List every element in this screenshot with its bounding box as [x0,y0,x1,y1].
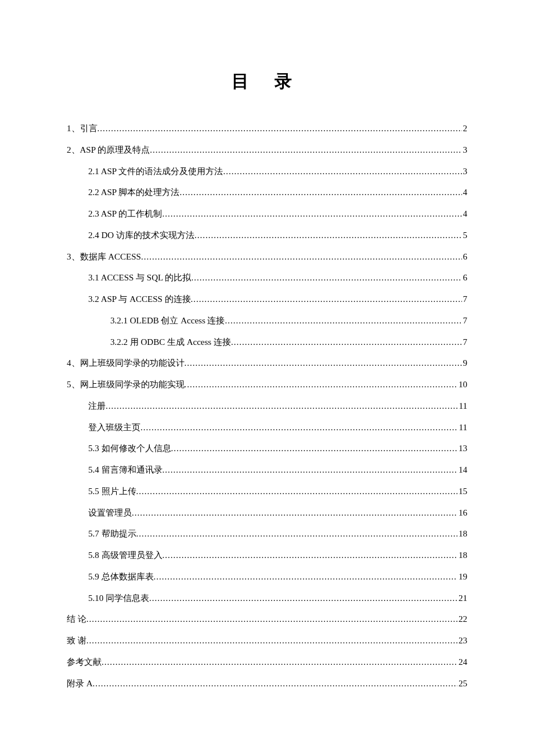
toc-entry-label: 5、网上班级同学录的功能实现 [67,374,185,395]
toc-entry-page: 22 [457,609,467,630]
toc-entry: 3.2.1 OLEDB 创立 Access 连接7 [67,310,467,332]
toc-entry: 附录 A25 [67,673,467,694]
toc-entry-page: 3 [462,161,468,182]
toc-leader-dots [154,566,458,588]
toc-leader-dots [163,545,458,566]
toc-entry-page: 23 [457,630,467,651]
toc-entry-page: 4 [462,203,468,225]
toc-leader-dots [149,588,457,609]
toc-entry: 5、网上班级同学录的功能实现10 [67,374,467,395]
toc-entry-label: 致 谢 [67,630,86,651]
toc-entry-page: 24 [457,651,467,673]
toc-entry-label: 登入班级主页 [88,417,140,438]
toc-entry-label: 参考文献 [67,651,102,673]
toc-entry-page: 15 [457,481,467,502]
toc-leader-dots [191,267,461,289]
toc-entry: 3.2 ASP 与 ACCESS 的连接7 [67,289,467,310]
toc-leader-dots [140,417,458,438]
toc-entry: 4、网上班级同学录的功能设计9 [67,352,467,374]
toc-entry: 3.1 ACCESS 与 SQL 的比拟6 [67,267,467,289]
toc-entry-page: 13 [457,438,467,459]
toc-entry-page: 6 [462,246,468,268]
toc-leader-dots [194,225,462,246]
toc-entry: 2.4 DO 访库的技术实现方法5 [67,225,467,246]
toc-entry: 5.7 帮助提示18 [67,523,467,545]
toc-leader-dots [162,203,461,225]
toc-entry-page: 2 [462,118,468,139]
toc-entry-page: 14 [457,459,467,481]
toc-entry-page: 25 [457,673,467,694]
toc-entry-label: 3.2 ASP 与 ACCESS 的连接 [88,289,191,310]
toc-entry-page: 6 [462,267,468,289]
toc-entry-label: 2、ASP 的原理及特点 [67,139,150,161]
toc-entry-label: 3.2.1 OLEDB 创立 Access 连接 [110,310,225,332]
toc-entry-label: 注册 [88,395,106,417]
toc-entry-label: 5.10 同学信息表 [88,588,149,609]
toc-leader-dots [191,289,462,310]
toc-entry-label: 5.3 如何修改个人信息 [88,438,171,459]
toc-entry-label: 3.2.2 用 ODBC 生成 Access 连接 [110,332,231,353]
toc-entry-label: 5.4 留言簿和通讯录 [88,459,163,481]
toc-entry: 致 谢23 [67,630,467,651]
toc-leader-dots [106,395,458,417]
toc-entry-label: 4、网上班级同学录的功能设计 [67,352,185,374]
toc-entry-page: 19 [457,566,467,588]
toc-entry: 1、引言2 [67,118,467,139]
toc-entry-label: 2.4 DO 访库的技术实现方法 [88,225,194,246]
toc-entry: 2.3 ASP 的工作机制4 [67,203,467,225]
toc-leader-dots [98,118,462,139]
toc-entry: 注册11 [67,395,467,417]
toc-entry: 2.1 ASP 文件的语法成分及使用方法3 [67,161,467,182]
toc-entry-page: 11 [458,395,467,417]
toc-entry: 5.9 总体数据库表19 [67,566,467,588]
toc-leader-dots [86,630,457,651]
toc-leader-dots [86,609,457,630]
table-of-contents: 1、引言22、ASP 的原理及特点32.1 ASP 文件的语法成分及使用方法32… [67,118,467,694]
toc-entry-label: 5.7 帮助提示 [88,523,136,545]
toc-entry-page: 10 [457,374,467,395]
toc-entry: 2.2 ASP 脚本的处理方法4 [67,182,467,203]
toc-entry-page: 18 [457,523,467,545]
toc-leader-dots [223,161,461,182]
toc-entry: 5.4 留言簿和通讯录14 [67,459,467,481]
toc-leader-dots [141,246,462,268]
toc-title: 目 录 [67,70,467,93]
toc-entry-page: 16 [457,502,467,524]
toc-entry-label: 5.5 照片上传 [88,481,136,502]
toc-leader-dots [93,673,457,694]
toc-leader-dots [136,481,458,502]
toc-entry-page: 18 [457,545,467,566]
toc-entry: 设置管理员16 [67,502,467,524]
toc-entry-label: 1、引言 [67,118,98,139]
toc-leader-dots [150,139,461,161]
toc-entry-page: 3 [462,139,468,161]
toc-entry-label: 3、数据库 ACCESS [67,246,141,268]
toc-entry-page: 5 [462,225,468,246]
toc-entry-page: 4 [462,182,468,203]
toc-entry: 5.5 照片上传15 [67,481,467,502]
toc-entry-label: 5.8 高级管理员登入 [88,545,163,566]
toc-leader-dots [132,502,457,524]
toc-leader-dots [163,459,458,481]
toc-leader-dots [102,651,457,673]
toc-entry-label: 3.1 ACCESS 与 SQL 的比拟 [88,267,191,289]
toc-leader-dots [179,182,461,203]
toc-leader-dots [171,438,458,459]
toc-leader-dots [231,332,462,353]
toc-entry: 5.3 如何修改个人信息13 [67,438,467,459]
toc-entry-label: 2.1 ASP 文件的语法成分及使用方法 [88,161,223,182]
toc-entry: 结 论22 [67,609,467,630]
toc-entry-page: 9 [462,352,468,374]
toc-entry-label: 附录 A [67,673,93,694]
toc-entry-page: 7 [462,289,468,310]
toc-entry: 3.2.2 用 ODBC 生成 Access 连接7 [67,332,467,353]
toc-entry-page: 21 [457,588,467,609]
toc-entry: 5.10 同学信息表21 [67,588,467,609]
toc-entry: 5.8 高级管理员登入18 [67,545,467,566]
toc-entry-page: 7 [462,332,468,353]
toc-entry-label: 结 论 [67,609,86,630]
toc-entry-label: 设置管理员 [88,502,132,524]
toc-entry-label: 2.2 ASP 脚本的处理方法 [88,182,179,203]
toc-entry: 2、ASP 的原理及特点3 [67,139,467,161]
toc-entry: 登入班级主页11 [67,417,467,438]
